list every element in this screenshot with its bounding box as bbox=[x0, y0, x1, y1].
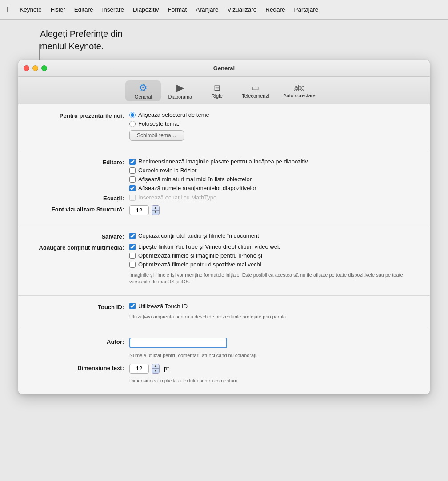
abc-icon: abc bbox=[294, 84, 304, 91]
text-size-arrows[interactable]: ▲ ▼ bbox=[152, 364, 160, 374]
maximize-button[interactable] bbox=[41, 65, 47, 71]
minimize-button[interactable] bbox=[32, 65, 38, 71]
salvare-row: Salvare: Copiază conținutul audio și fil… bbox=[32, 232, 416, 240]
tab-general-label: General bbox=[135, 94, 152, 99]
tab-telecomenzi[interactable]: ▭ Telecomenzi bbox=[235, 81, 276, 100]
check-older-devices[interactable]: Optimizează filmele pentru dispozitive m… bbox=[129, 261, 416, 268]
apple-menu[interactable]:  bbox=[4, 4, 15, 16]
font-label: Font vizualizare Structură: bbox=[32, 205, 129, 213]
check-layout-names[interactable]: Afișează numele aranjamentelor diapoziti… bbox=[129, 185, 416, 191]
tab-diaparama[interactable]: ▶ Diaporamă bbox=[161, 80, 199, 101]
ecuatii-controls: Inserează ecuații cu MathType bbox=[129, 194, 416, 201]
section-new-presentations: Pentru prezentările noi: Afișează select… bbox=[18, 104, 430, 151]
check-youtube-label: Lipește linkuri YouTube și Vimeo drept c… bbox=[138, 243, 280, 250]
menu-aranjare[interactable]: Aranjare bbox=[191, 4, 223, 15]
tab-rigle[interactable]: ⊟ Rigle bbox=[199, 81, 235, 100]
new-presentations-controls: Afișează selectorul de teme Folosește te… bbox=[129, 111, 416, 141]
radio-show-themes-input[interactable] bbox=[129, 112, 136, 118]
radio-show-themes[interactable]: Afișează selectorul de teme bbox=[129, 111, 416, 118]
play-icon: ▶ bbox=[176, 83, 184, 93]
menu-redare[interactable]: Redare bbox=[261, 4, 289, 15]
font-stepper-up[interactable]: ▲ bbox=[152, 206, 159, 211]
menu-fisier[interactable]: Fișier bbox=[46, 4, 70, 15]
font-stepper-down[interactable]: ▼ bbox=[152, 211, 159, 215]
check-thumbnails[interactable]: Afișează miniaturi mai mici în lista obi… bbox=[129, 176, 416, 183]
salvare-label: Salvare: bbox=[32, 232, 129, 240]
tab-autocorectare[interactable]: abc Auto-corectare bbox=[276, 82, 322, 100]
check-thumbnails-input[interactable] bbox=[129, 176, 136, 183]
check-mathtype-input[interactable] bbox=[129, 195, 136, 201]
menu-editare[interactable]: Editare bbox=[70, 4, 98, 15]
radio-use-theme-label: Folosește tema: bbox=[138, 120, 180, 127]
instruction-text: Alegeți Preferințe din meniul Keynote. bbox=[0, 20, 448, 60]
section-touchid: Touch ID: Utilizează Touch ID Utilizați-… bbox=[18, 296, 430, 330]
autor-row: Autor: Numele utilizat pentru comentarii… bbox=[32, 338, 416, 359]
tab-diaparama-label: Diaporamă bbox=[168, 94, 192, 99]
menu-keynote[interactable]: Keynote bbox=[15, 4, 46, 15]
multimedia-label: Adăugare conținut multimedia: bbox=[32, 243, 129, 251]
ecuatii-row: Ecuații: Inserează ecuații cu MathType bbox=[32, 194, 416, 202]
check-touchid[interactable]: Utilizează Touch ID bbox=[129, 303, 416, 310]
multimedia-row: Adăugare conținut multimedia: Lipește li… bbox=[32, 243, 416, 286]
preferences-window: General ⚙ General ▶ Diaporamă ⊟ Rigle ▭ … bbox=[18, 60, 430, 394]
multimedia-controls: Lipește linkuri YouTube și Vimeo drept c… bbox=[129, 243, 416, 286]
ruler-icon: ⊟ bbox=[214, 84, 220, 92]
remote-icon: ▭ bbox=[252, 84, 259, 92]
check-resize-images-input[interactable] bbox=[129, 159, 136, 165]
menu-format[interactable]: Format bbox=[164, 4, 192, 15]
menu-partajare[interactable]: Partajare bbox=[289, 4, 323, 15]
menu-inserare[interactable]: Inserare bbox=[98, 4, 129, 15]
text-size-down[interactable]: ▼ bbox=[152, 369, 159, 373]
author-input[interactable] bbox=[129, 338, 227, 348]
autor-label: Autor: bbox=[32, 338, 129, 345]
change-theme-button[interactable]: Schimbă tema… bbox=[129, 130, 184, 141]
tab-general[interactable]: ⚙ General bbox=[125, 80, 161, 101]
check-bezier-label: Curbele revin la Bézier bbox=[138, 167, 197, 174]
check-iphone[interactable]: Optimizează filmele și imaginile pentru … bbox=[129, 252, 416, 259]
check-iphone-input[interactable] bbox=[129, 253, 136, 259]
check-bezier[interactable]: Curbele revin la Bézier bbox=[129, 167, 416, 174]
text-size-input[interactable] bbox=[129, 364, 149, 374]
check-youtube-input[interactable] bbox=[129, 244, 136, 250]
font-stepper: ▲ ▼ bbox=[129, 205, 416, 215]
radio-use-theme[interactable]: Folosește tema: bbox=[129, 120, 416, 127]
gear-icon: ⚙ bbox=[139, 83, 148, 93]
dimensiune-row: Dimensiune text: ▲ ▼ pt Dimensiunea impl… bbox=[32, 364, 416, 384]
check-mathtype[interactable]: Inserează ecuații cu MathType bbox=[129, 194, 416, 201]
tab-telecomenzi-label: Telecomenzi bbox=[242, 93, 269, 99]
check-older-devices-label: Optimizează filmele pentru dispozitive m… bbox=[138, 261, 261, 268]
pt-label: pt bbox=[164, 365, 169, 372]
dimensiune-label: Dimensiune text: bbox=[32, 364, 129, 371]
ecuatii-label: Ecuații: bbox=[32, 194, 129, 202]
radio-use-theme-input[interactable] bbox=[129, 121, 136, 127]
menu-vizualizare[interactable]: Vizualizare bbox=[223, 4, 261, 15]
check-copy-audio-input[interactable] bbox=[129, 233, 136, 239]
section-editing: Editare: Redimensionează imaginile plasa… bbox=[18, 151, 430, 225]
content-area: Pentru prezentările noi: Afișează select… bbox=[18, 104, 430, 394]
font-size-input[interactable] bbox=[129, 205, 149, 215]
check-layout-names-input[interactable] bbox=[129, 185, 136, 191]
touchid-help: Utilizați-vă amprenta pentru a deschide … bbox=[129, 314, 416, 320]
check-bezier-input[interactable] bbox=[129, 167, 136, 174]
check-copy-audio[interactable]: Copiază conținutul audio și filmele în d… bbox=[129, 232, 416, 239]
check-older-devices-input[interactable] bbox=[129, 262, 136, 268]
editing-label: Editare: bbox=[32, 158, 129, 166]
check-layout-names-label: Afișează numele aranjamentelor diapoziti… bbox=[138, 185, 256, 191]
tab-autocorectare-label: Auto-corectare bbox=[283, 93, 315, 98]
font-row: Font vizualizare Structură: ▲ ▼ bbox=[32, 205, 416, 215]
editing-controls: Redimensionează imaginile plasate pentru… bbox=[129, 158, 416, 191]
text-size-up[interactable]: ▲ bbox=[152, 364, 159, 369]
check-resize-images[interactable]: Redimensionează imaginile plasate pentru… bbox=[129, 158, 416, 165]
check-youtube[interactable]: Lipește linkuri YouTube și Vimeo drept c… bbox=[129, 243, 416, 250]
title-bar: General bbox=[18, 60, 430, 77]
editing-row: Editare: Redimensionează imaginile plasa… bbox=[32, 158, 416, 191]
tab-rigle-label: Rigle bbox=[212, 93, 223, 99]
touchid-controls: Utilizează Touch ID Utilizați-vă amprent… bbox=[129, 303, 416, 320]
new-presentations-row: Pentru prezentările noi: Afișează select… bbox=[32, 111, 416, 141]
dimensiune-controls: ▲ ▼ pt Dimensiunea implicită a textului … bbox=[129, 364, 416, 384]
font-stepper-arrows[interactable]: ▲ ▼ bbox=[152, 205, 160, 215]
check-touchid-input[interactable] bbox=[129, 303, 136, 309]
check-copy-audio-label: Copiază conținutul audio și filmele în d… bbox=[138, 232, 259, 239]
menu-diapozitiv[interactable]: Diapozitiv bbox=[128, 4, 164, 15]
close-button[interactable] bbox=[24, 65, 29, 71]
